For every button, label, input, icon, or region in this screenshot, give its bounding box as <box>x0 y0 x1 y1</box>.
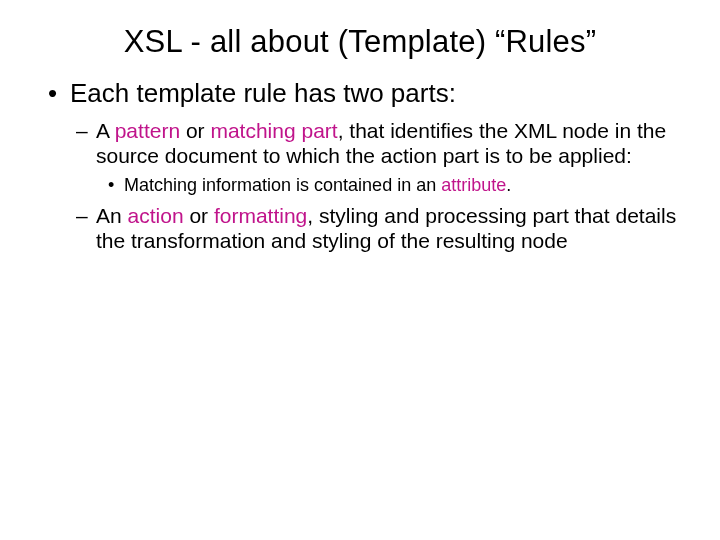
slide: XSL - all about (Template) “Rules” Each … <box>0 0 720 540</box>
highlight-text: matching part <box>210 119 337 142</box>
bullet-list-lvl2: A pattern or matching part, that identif… <box>76 119 692 254</box>
text-run: . <box>506 175 511 195</box>
text-run: A <box>96 119 115 142</box>
highlight-text: formatting <box>214 204 307 227</box>
highlight-text: attribute <box>441 175 506 195</box>
text-run: Matching information is contained in an <box>124 175 441 195</box>
bullet-lvl1-text: Each template rule has two parts: <box>70 78 456 108</box>
bullet-lvl2-item: A pattern or matching part, that identif… <box>76 119 692 196</box>
bullet-list-lvl1: Each template rule has two parts: A patt… <box>48 78 692 254</box>
text-run: or <box>184 204 214 227</box>
bullet-lvl2-item: An action or formatting, styling and pro… <box>76 204 692 254</box>
slide-title: XSL - all about (Template) “Rules” <box>28 24 692 60</box>
text-run: An <box>96 204 128 227</box>
highlight-text: pattern <box>115 119 180 142</box>
bullet-list-lvl3: Matching information is contained in an … <box>108 175 692 197</box>
text-run: or <box>180 119 210 142</box>
bullet-lvl1-item: Each template rule has two parts: A patt… <box>48 78 692 254</box>
bullet-lvl3-item: Matching information is contained in an … <box>108 175 692 197</box>
highlight-text: action <box>128 204 184 227</box>
